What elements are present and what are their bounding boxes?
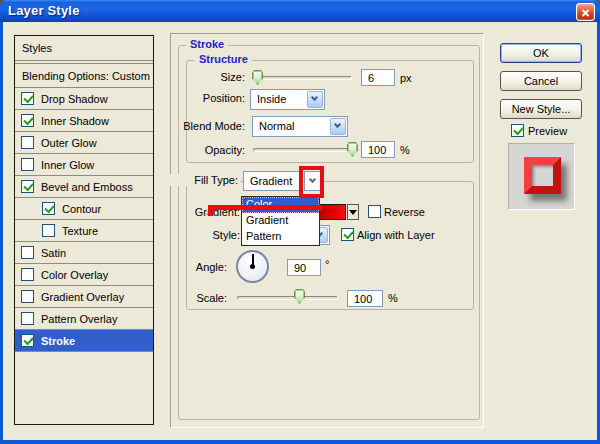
style-item-gradient-overlay[interactable]: Gradient Overlay [15, 286, 153, 308]
opacity-label: Opacity: [175, 144, 245, 156]
size-slider-track[interactable] [253, 76, 352, 80]
chevron-down-icon[interactable] [307, 91, 323, 108]
annotation-underline-end [208, 210, 214, 215]
style-item-label: Satin [41, 247, 66, 259]
checkbox-gradient-overlay[interactable] [21, 290, 34, 303]
fill-type-label: Fill Type: [168, 174, 240, 186]
size-unit: px [400, 72, 412, 84]
style-item-bevel-and-emboss[interactable]: Bevel and Emboss [15, 176, 153, 198]
style-item-label: Texture [62, 225, 98, 237]
close-button[interactable] [576, 3, 595, 21]
style-item-texture[interactable]: Texture [15, 220, 153, 242]
size-field[interactable]: 6 [361, 69, 395, 86]
checkbox-contour[interactable] [42, 202, 55, 215]
triangle-down-icon [349, 210, 357, 219]
layer-style-dialog: Layer Style Styles Blending Options: Cus… [0, 0, 600, 444]
checkbox-outer-glow[interactable] [21, 136, 34, 149]
preview-stroke-square [524, 157, 561, 194]
scale-label: Scale: [160, 292, 227, 304]
style-item-pattern-overlay[interactable]: Pattern Overlay [15, 308, 153, 330]
style-item-drop-shadow[interactable]: Drop Shadow [15, 88, 153, 110]
structure-group-label: Structure [195, 53, 252, 65]
annotation-highlight-rect [299, 166, 324, 198]
checkbox-bevel-and-emboss[interactable] [21, 180, 34, 193]
fill-type-combobox[interactable]: Gradient [243, 171, 303, 191]
style-item-label: Outer Glow [41, 137, 97, 149]
opacity-slider-track[interactable] [253, 148, 352, 152]
opacity-field[interactable]: 100 [361, 141, 395, 158]
ok-button[interactable]: OK [500, 43, 582, 63]
align-with-layer-label: Align with Layer [357, 229, 435, 241]
style-item-label: Contour [62, 203, 101, 215]
dropdown-option-gradient[interactable]: Gradient [242, 213, 319, 229]
style-item-stroke[interactable]: Stroke [15, 330, 153, 352]
reverse-checkbox[interactable] [368, 205, 381, 218]
style-item-label: Stroke [41, 335, 75, 347]
gradient-style-label: Style: [170, 229, 240, 241]
chevron-glyph [311, 94, 318, 101]
style-item-label: Inner Glow [41, 159, 94, 171]
style-item-blending-options[interactable]: Blending Options: Custom [15, 64, 153, 88]
title-bar[interactable]: Layer Style [0, 0, 600, 22]
fill-type-dropdown-list: Color Gradient Pattern [241, 196, 320, 246]
fill-group [186, 181, 474, 310]
checkbox-color-overlay[interactable] [21, 268, 34, 281]
position-label: Position: [175, 92, 245, 104]
angle-hub [250, 264, 255, 269]
style-item-contour[interactable]: Contour [15, 198, 153, 220]
styles-panel-header: Styles [15, 36, 153, 60]
style-item-color-overlay[interactable]: Color Overlay [15, 264, 153, 286]
angle-label: Angle: [160, 261, 227, 273]
opacity-unit: % [400, 144, 410, 156]
checkbox-satin[interactable] [21, 246, 34, 259]
new-style-button[interactable]: New Style... [500, 99, 582, 119]
style-item-label: Color Overlay [41, 269, 108, 281]
scale-unit: % [388, 292, 398, 304]
position-combobox[interactable]: Inside [250, 89, 325, 110]
style-item-label: Drop Shadow [41, 93, 108, 105]
style-item-label: Gradient Overlay [41, 291, 124, 303]
blend-mode-combobox[interactable]: Normal [252, 116, 348, 137]
chevron-glyph [334, 121, 341, 128]
style-item-label: Pattern Overlay [41, 313, 117, 325]
cancel-button[interactable]: Cancel [500, 71, 582, 91]
style-preview-thumbnail [508, 143, 575, 210]
annotation-underline [208, 205, 323, 210]
style-item-satin[interactable]: Satin [15, 242, 153, 264]
checkbox-pattern-overlay[interactable] [21, 312, 34, 325]
checkbox-inner-shadow[interactable] [21, 114, 34, 127]
angle-field[interactable]: 90 [287, 259, 321, 276]
preview-label: Preview [528, 125, 567, 137]
window-title: Layer Style [8, 3, 80, 18]
blend-mode-value: Normal [259, 120, 294, 132]
style-item-outer-glow[interactable]: Outer Glow [15, 132, 153, 154]
size-label: Size: [175, 71, 245, 83]
style-item-inner-glow[interactable]: Inner Glow [15, 154, 153, 176]
checkbox-drop-shadow[interactable] [21, 92, 34, 105]
gradient-picker-button[interactable] [347, 204, 359, 220]
stroke-group-label: Stroke [186, 38, 228, 50]
styles-panel: Styles Blending Options: Custom Drop Sha… [14, 35, 154, 425]
scale-field[interactable]: 100 [347, 290, 383, 307]
checkbox-stroke[interactable] [21, 334, 34, 347]
style-item-label: Inner Shadow [41, 115, 109, 127]
angle-dial[interactable] [236, 250, 269, 283]
checkbox-inner-glow[interactable] [21, 158, 34, 171]
chevron-down-icon[interactable] [330, 118, 346, 135]
dropdown-option-pattern[interactable]: Pattern [242, 229, 319, 245]
checkbox-texture[interactable] [42, 224, 55, 237]
scale-slider-track[interactable] [237, 296, 338, 300]
style-item-inner-shadow[interactable]: Inner Shadow [15, 110, 153, 132]
fill-type-value: Gradient [250, 175, 292, 187]
position-value: Inside [257, 93, 286, 105]
style-item-label: Bevel and Emboss [41, 181, 133, 193]
reverse-label: Reverse [384, 206, 425, 218]
align-with-layer-checkbox[interactable] [341, 228, 354, 241]
preview-checkbox[interactable] [511, 124, 524, 137]
blend-mode-label: Blend Mode: [175, 120, 245, 132]
angle-unit: ° [325, 258, 329, 270]
